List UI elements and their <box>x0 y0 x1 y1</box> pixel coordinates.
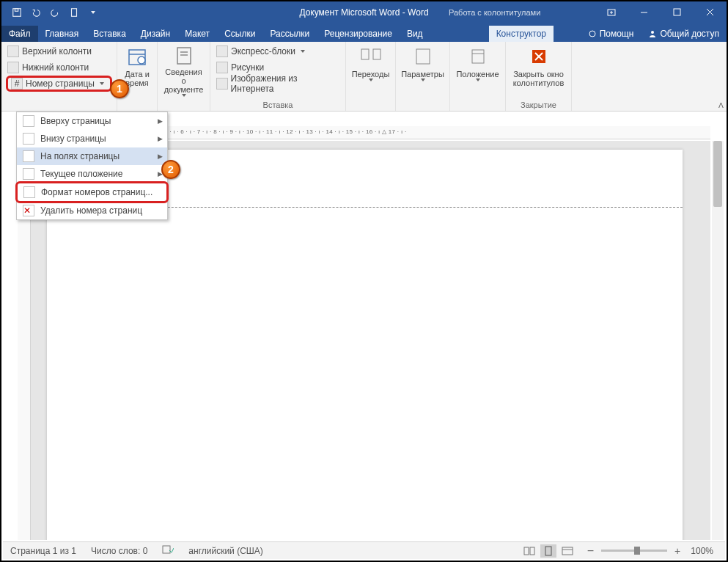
dd-current-position[interactable]: Текущее положение▶ <box>17 165 167 183</box>
close-l1: Закрыть окно <box>513 70 564 79</box>
close-hf-icon <box>527 45 551 68</box>
tab-help[interactable]: Помощн <box>581 26 641 42</box>
close-hf-button[interactable]: Закрыть окноколонтитулов <box>509 43 568 98</box>
tab-layout[interactable]: Макет <box>177 26 217 42</box>
svg-rect-18 <box>416 49 430 64</box>
docinfo-icon <box>172 45 196 66</box>
undo-icon[interactable] <box>26 4 45 21</box>
footer-button[interactable]: Нижний колонти <box>4 59 114 76</box>
opic-label: Изображения из Интернета <box>231 73 339 94</box>
tab-design[interactable]: Дизайн <box>133 26 177 42</box>
tab-review[interactable]: Рецензирование <box>317 26 400 42</box>
collapse-ribbon-icon[interactable]: ᐱ <box>718 101 724 109</box>
zoom-handle[interactable] <box>634 547 640 555</box>
header-button[interactable]: Верхний колонти <box>4 43 114 59</box>
page-top-icon <box>23 115 34 127</box>
tab-file[interactable]: Файл <box>1 26 38 42</box>
scrollbar-thumb[interactable] <box>713 141 722 207</box>
tab-help-label: Помощн <box>600 29 634 39</box>
zoom-slider[interactable] <box>601 550 667 552</box>
di-l1: Сведения о <box>165 67 202 85</box>
tab-designer[interactable]: Конструктор <box>489 26 554 42</box>
web-layout-icon[interactable] <box>559 544 576 558</box>
svg-rect-16 <box>361 49 369 59</box>
dd-top-label: Вверху страницы <box>40 116 111 126</box>
read-mode-icon[interactable] <box>521 544 537 558</box>
qat-more-icon[interactable] <box>84 4 103 21</box>
di-l2: документе <box>164 85 204 94</box>
proofing-icon[interactable] <box>155 544 181 557</box>
svg-rect-0 <box>13 8 21 16</box>
params-icon <box>411 45 435 68</box>
footer-icon <box>7 62 19 73</box>
vertical-scrollbar[interactable] <box>712 141 724 540</box>
svg-rect-19 <box>472 50 484 63</box>
new-doc-icon[interactable] <box>65 4 84 21</box>
svg-point-9 <box>651 31 654 34</box>
word-count[interactable]: Число слов: 0 <box>84 546 155 556</box>
save-icon[interactable] <box>7 4 26 21</box>
qp-label: Экспресс-блоки <box>231 46 295 56</box>
svg-rect-26 <box>530 547 534 555</box>
tab-mailings[interactable]: Рассылки <box>262 26 317 42</box>
dt-l1: Дата и <box>125 70 150 79</box>
svg-rect-2 <box>72 8 77 16</box>
insert-group-label: Вставка <box>210 101 345 109</box>
footer-label: Нижний колонти <box>22 62 89 73</box>
tab-insert[interactable]: Вставка <box>86 26 133 42</box>
callout-badge-1: 1 <box>110 79 129 98</box>
goto-button[interactable]: Переходы <box>349 43 392 98</box>
params-button[interactable]: Параметры <box>399 43 446 98</box>
dd-bottom-label: Внизу страницы <box>40 134 106 144</box>
page-indicator[interactable]: Страница 1 из 1 <box>3 546 84 556</box>
quickparts-button[interactable]: Экспресс-блоки <box>213 43 342 59</box>
header-icon <box>7 45 19 57</box>
titlebar: Документ Microsoft Word - Word Работа с … <box>1 1 727 23</box>
contextual-tools-label: Работа с колонтитулами <box>449 8 540 17</box>
ribbon-tabs: Файл Главная Вставка Дизайн Макет Ссылки… <box>1 23 727 42</box>
online-pictures-button[interactable]: Изображения из Интернета <box>213 76 342 92</box>
window-title: Документ Microsoft Word - Word <box>299 7 428 18</box>
tab-share[interactable]: Общий доступ <box>641 26 727 42</box>
svg-rect-25 <box>524 547 529 555</box>
zoom-out-button[interactable]: − <box>587 544 594 558</box>
tab-view[interactable]: Вид <box>400 26 430 42</box>
remove-numbers-icon: ✕ <box>23 205 34 216</box>
quickparts-icon <box>216 45 228 57</box>
dd-bottom-of-page[interactable]: Внизу страницы▶ <box>17 130 167 147</box>
quick-access-toolbar <box>1 4 103 21</box>
dd-format-page-numbers[interactable]: Формат номеров страниц... <box>18 183 166 201</box>
calendar-icon <box>125 45 149 68</box>
svg-rect-17 <box>373 49 380 59</box>
svg-rect-13 <box>177 48 191 64</box>
window-controls <box>595 1 727 23</box>
submenu-arrow-icon: ▶ <box>158 135 163 142</box>
dd-remove-label: Удалить номера страниц <box>40 205 142 216</box>
language-indicator[interactable]: английский (США) <box>181 546 270 556</box>
zoom-in-button[interactable]: + <box>674 545 680 557</box>
docinfo-button[interactable]: Сведения одокументе <box>161 43 207 98</box>
dd-margins-label: На полях страницы <box>40 151 120 161</box>
minimize-icon[interactable] <box>628 1 661 23</box>
zoom-level[interactable]: 100% <box>683 546 721 556</box>
print-layout-icon[interactable] <box>540 544 556 558</box>
redo-icon[interactable] <box>45 4 65 21</box>
goto-icon <box>359 45 383 68</box>
tab-home[interactable]: Главная <box>38 26 87 42</box>
tab-share-label: Общий доступ <box>660 29 719 39</box>
svg-rect-24 <box>163 546 170 553</box>
page-bottom-icon <box>23 133 34 145</box>
submenu-arrow-icon: ▶ <box>158 153 163 160</box>
ribbon-options-icon[interactable] <box>595 1 628 23</box>
svg-point-8 <box>589 31 595 37</box>
maximize-icon[interactable] <box>661 1 694 23</box>
page-number-label: Номер страницы <box>26 79 95 89</box>
dd-remove-page-numbers[interactable]: ✕Удалить номера страниц <box>17 202 167 219</box>
dd-current-label: Текущее положение <box>40 169 122 179</box>
close-icon[interactable] <box>694 1 727 23</box>
dd-top-of-page[interactable]: Вверху страницы▶ <box>17 112 167 130</box>
position-button[interactable]: Положение <box>453 43 502 98</box>
page-number-button[interactable]: #Номер страницы <box>6 76 112 92</box>
dd-page-margins[interactable]: На полях страницы▶ <box>17 147 167 165</box>
tab-references[interactable]: Ссылки <box>217 26 262 42</box>
